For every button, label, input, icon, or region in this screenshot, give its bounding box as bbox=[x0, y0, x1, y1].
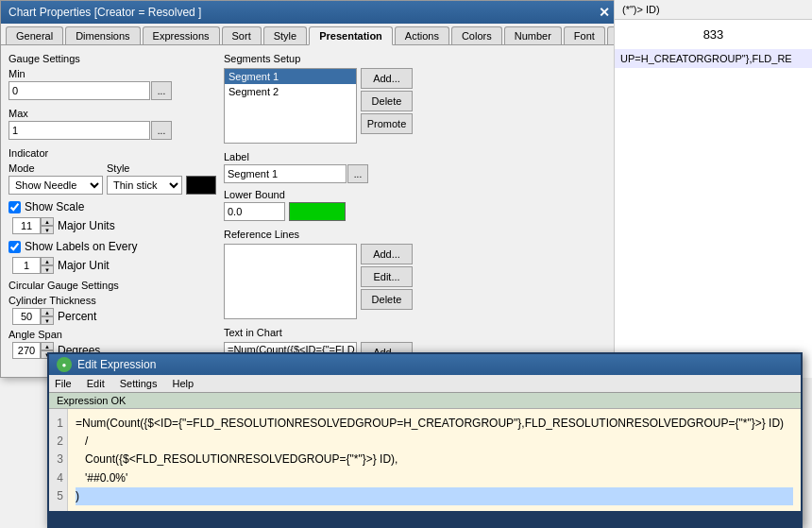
lower-bound-input[interactable] bbox=[224, 202, 285, 221]
cylinder-spinbox: ▲ ▼ bbox=[12, 308, 54, 325]
menu-settings[interactable]: Settings bbox=[118, 377, 160, 390]
status-bar: Expression OK bbox=[49, 393, 801, 409]
line-num-2: 2 bbox=[53, 433, 63, 451]
qlik-number: 833 bbox=[615, 20, 812, 49]
qlik-expr: UP=H_CREATORGROUP"},FLD_RE bbox=[615, 49, 812, 68]
tab-sort[interactable]: Sort bbox=[222, 26, 262, 44]
ref-lines-section: Reference Lines Add... Edit... Delete bbox=[224, 229, 413, 319]
max-row: ... bbox=[8, 121, 216, 140]
mode-col: Mode Show Needle bbox=[8, 162, 103, 195]
labels-down[interactable]: ▼ bbox=[41, 265, 54, 274]
menu-help[interactable]: Help bbox=[170, 377, 195, 390]
indicator-section: Indicator Mode Show Needle Style Thin st… bbox=[8, 147, 216, 195]
menu-edit[interactable]: Edit bbox=[85, 377, 107, 390]
major-units-label: Major Units bbox=[58, 219, 115, 232]
mode-label: Mode bbox=[8, 162, 103, 174]
min-row: ... bbox=[8, 81, 216, 100]
add-ref-btn[interactable]: Add... bbox=[361, 244, 413, 264]
edit-expr-title-text: Edit Expression bbox=[77, 358, 156, 371]
ref-lines-list bbox=[224, 244, 357, 319]
tab-font[interactable]: Font bbox=[564, 26, 605, 44]
tab-number[interactable]: Number bbox=[504, 26, 562, 44]
major-units-down[interactable]: ▼ bbox=[41, 226, 54, 234]
line-num-4: 4 bbox=[53, 469, 63, 487]
code-line-1: =Num(Count({$<ID={"=FLD_RESOLUTIONRESOLV… bbox=[76, 415, 793, 433]
edit-ref-btn[interactable]: Edit... bbox=[361, 266, 413, 287]
labels-up[interactable]: ▲ bbox=[41, 257, 54, 265]
delete-ref-btn[interactable]: Delete bbox=[361, 289, 413, 310]
mode-style-row: Mode Show Needle Style Thin stick bbox=[8, 162, 216, 195]
tab-presentation[interactable]: Presentation bbox=[309, 26, 393, 45]
major-units-btns: ▲ ▼ bbox=[41, 217, 54, 234]
segment-item-2[interactable]: Segment 2 bbox=[225, 84, 356, 99]
major-units-spinbox: ▲ ▼ bbox=[12, 217, 54, 234]
promote-segment-btn[interactable]: Promote bbox=[361, 113, 413, 134]
major-unit-label: Major Unit bbox=[58, 259, 110, 272]
seg-label-label: Label bbox=[224, 151, 413, 162]
edit-expr-title-bar: ● Edit Expression bbox=[49, 354, 801, 375]
show-scale-checkbox[interactable] bbox=[8, 201, 21, 213]
labels-input[interactable] bbox=[12, 257, 41, 274]
major-units-input[interactable] bbox=[12, 217, 41, 234]
angle-input[interactable] bbox=[12, 342, 41, 359]
delete-segment-btn[interactable]: Delete bbox=[361, 91, 413, 111]
edit-expr-icon: ● bbox=[57, 357, 72, 372]
menu-file[interactable]: File bbox=[53, 377, 74, 390]
major-units-up[interactable]: ▲ bbox=[41, 217, 54, 226]
lower-bound-section: Lower Bound bbox=[224, 189, 413, 221]
close-button[interactable]: ✕ bbox=[599, 5, 610, 20]
lower-bound-label: Lower Bound bbox=[224, 189, 413, 200]
color-picker[interactable] bbox=[186, 176, 216, 195]
min-label: Min bbox=[8, 68, 216, 79]
labels-every-row: ▲ ▼ Major Unit bbox=[12, 257, 216, 274]
circular-section: Circular Gauge Settings Cylinder Thickne… bbox=[8, 280, 216, 359]
tab-dimensions[interactable]: Dimensions bbox=[65, 26, 140, 44]
max-input[interactable] bbox=[8, 121, 150, 140]
cylinder-input[interactable] bbox=[12, 308, 41, 325]
angle-up[interactable]: ▲ bbox=[41, 342, 54, 350]
code-line-3: Count({$<FLD_RESOLUTIONRESOLVEDGROUP={"*… bbox=[76, 451, 793, 468]
left-panel: Gauge Settings Min ... Max ... Indicator… bbox=[8, 53, 216, 387]
lower-bound-row bbox=[224, 202, 413, 221]
code-body: 1 2 3 4 5 =Num(Count({$<ID={"=FLD_RESOLU… bbox=[49, 409, 801, 511]
min-input[interactable] bbox=[8, 81, 150, 100]
segment-item-1[interactable]: Segment 1 bbox=[225, 69, 356, 84]
min-browse-btn[interactable]: ... bbox=[151, 81, 172, 100]
seg-label-browse-btn[interactable]: ... bbox=[347, 164, 368, 183]
label-section: Label ... bbox=[224, 151, 413, 183]
line-numbers: 1 2 3 4 5 bbox=[49, 409, 68, 511]
seg-label-input[interactable] bbox=[224, 164, 347, 183]
tab-expressions[interactable]: Expressions bbox=[143, 26, 220, 44]
style-select[interactable]: Thin stick bbox=[107, 176, 182, 195]
cylinder-thickness-label: Cylinder Thickness bbox=[8, 295, 216, 306]
cylinder-down[interactable]: ▼ bbox=[41, 316, 54, 325]
code-line-2: / bbox=[76, 433, 793, 451]
code-line-5: ) bbox=[76, 487, 793, 505]
lower-bound-color[interactable] bbox=[289, 202, 346, 221]
tab-bar: General Dimensions Expressions Sort Styl… bbox=[1, 24, 617, 45]
main-content: Gauge Settings Min ... Max ... Indicator… bbox=[1, 45, 617, 395]
mid-panel: Segments Setup Segment 1 Segment 2 Add..… bbox=[224, 53, 413, 387]
tab-actions[interactable]: Actions bbox=[395, 26, 449, 44]
segments-setup-label: Segments Setup bbox=[224, 53, 413, 64]
show-labels-checkbox[interactable] bbox=[8, 241, 21, 253]
ref-lines-label: Reference Lines bbox=[224, 229, 413, 240]
tab-general[interactable]: General bbox=[6, 26, 63, 44]
edit-expr-menu: File Edit Settings Help bbox=[49, 375, 801, 393]
add-segment-btn[interactable]: Add... bbox=[361, 68, 413, 89]
cylinder-up[interactable]: ▲ bbox=[41, 308, 54, 316]
mode-select[interactable]: Show Needle bbox=[8, 176, 103, 195]
seg-label-row: ... bbox=[224, 164, 413, 183]
max-browse-btn[interactable]: ... bbox=[151, 121, 172, 140]
expr-code-area[interactable]: =Num(Count({$<ID={"=FLD_RESOLUTIONRESOLV… bbox=[68, 409, 801, 511]
tab-style[interactable]: Style bbox=[263, 26, 307, 44]
edit-expression-window: ● Edit Expression File Edit Settings Hel… bbox=[47, 352, 803, 528]
cylinder-btns: ▲ ▼ bbox=[41, 308, 54, 325]
indicator-label: Indicator bbox=[8, 147, 216, 159]
cylinder-thickness-row: ▲ ▼ Percent bbox=[12, 308, 216, 325]
code-line-4: '##0.0%' bbox=[76, 469, 793, 487]
percent-label: Percent bbox=[58, 310, 96, 323]
style-col: Style Thin stick bbox=[107, 162, 182, 195]
tab-colors[interactable]: Colors bbox=[451, 26, 502, 44]
show-labels-label: Show Labels on Every bbox=[25, 240, 137, 253]
